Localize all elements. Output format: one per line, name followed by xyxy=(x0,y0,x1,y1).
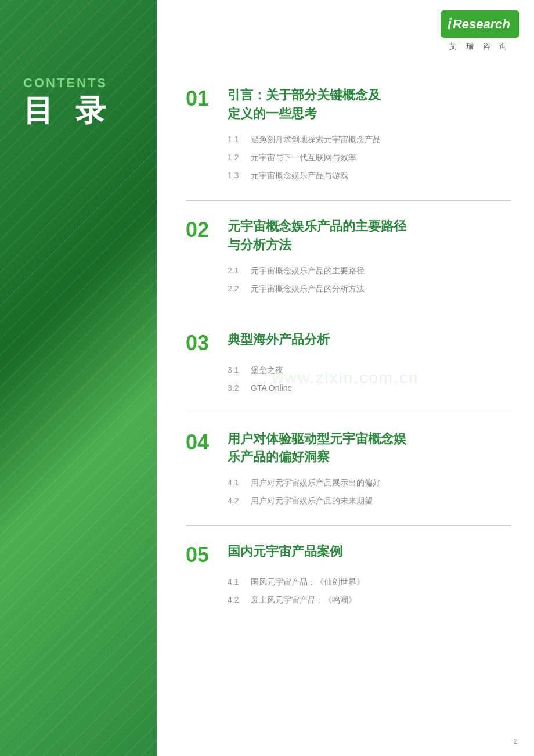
logo-research-text: Research xyxy=(453,17,510,32)
subitem-title: 堡垒之夜 xyxy=(251,364,283,376)
logo-badge: i Research xyxy=(441,10,519,38)
section-03-header: 03 典型海外产品分析 xyxy=(186,330,511,354)
toc-section-03: 03 典型海外产品分析 3.1 堡垒之夜 3.2 GTA Online xyxy=(186,314,511,413)
subitem-title: 国风元宇宙产品：《仙剑世界》 xyxy=(251,576,365,588)
section-04-title: 用户对体验驱动型元宇宙概念娱乐产品的偏好洞察 xyxy=(228,430,406,467)
subitem-title: 元宇宙概念娱乐产品与游戏 xyxy=(251,170,348,182)
list-item: 3.1 堡垒之夜 xyxy=(228,364,511,376)
subitem-number: 1.1 xyxy=(228,135,245,144)
list-item: 4.1 国风元宇宙产品：《仙剑世界》 xyxy=(228,576,511,588)
list-item: 4.2 用户对元宇宙娱乐产品的未来期望 xyxy=(228,495,511,507)
sidebar: CONTENTS 目 录 xyxy=(0,0,157,756)
list-item: 1.1 避免刻舟求剑地探索元宇宙概念产品 xyxy=(228,134,511,146)
section-05-subitems: 4.1 国风元宇宙产品：《仙剑世界》 4.2 废土风元宇宙产品：《鸣潮》 xyxy=(186,576,511,606)
section-01-header: 01 引言：关于部分关键概念及定义的一些思考 xyxy=(186,86,511,123)
main-content: i Research 艾 瑞 咨 询 www.zixin.com.cn 01 引… xyxy=(157,0,534,756)
list-item: 2.2 元宇宙概念娱乐产品的分析方法 xyxy=(228,283,511,295)
toc-section-01: 01 引言：关于部分关键概念及定义的一些思考 1.1 避免刻舟求剑地探索元宇宙概… xyxy=(186,70,511,201)
page-number: 2 xyxy=(514,737,518,746)
subitem-title: 用户对元宇宙娱乐产品的未来期望 xyxy=(251,495,373,507)
list-item: 1.2 元宇宙与下一代互联网与效率 xyxy=(228,152,511,164)
subitem-number: 4.2 xyxy=(228,595,245,604)
list-item: 4.1 用户对元宇宙娱乐产品展示出的偏好 xyxy=(228,477,511,489)
section-05-title: 国内元宇宙产品案例 xyxy=(228,542,342,561)
section-03-title: 典型海外产品分析 xyxy=(228,330,330,349)
section-04-subitems: 4.1 用户对元宇宙娱乐产品展示出的偏好 4.2 用户对元宇宙娱乐产品的未来期望 xyxy=(186,477,511,507)
toc-section-02: 02 元宇宙概念娱乐产品的主要路径与分析方法 2.1 元宇宙概念娱乐产品的主要路… xyxy=(186,201,511,314)
subitem-title: 避免刻舟求剑地探索元宇宙概念产品 xyxy=(251,134,381,146)
section-02-title: 元宇宙概念娱乐产品的主要路径与分析方法 xyxy=(228,217,406,254)
subitem-number: 4.2 xyxy=(228,496,245,505)
section-04-number: 04 xyxy=(186,430,215,453)
section-03-subitems: 3.1 堡垒之夜 3.2 GTA Online xyxy=(186,364,511,394)
subitem-number: 3.1 xyxy=(228,365,245,375)
section-04-header: 04 用户对体验驱动型元宇宙概念娱乐产品的偏好洞察 xyxy=(186,430,511,467)
subitem-title: 元宇宙概念娱乐产品的主要路径 xyxy=(251,265,365,277)
section-05-number: 05 xyxy=(186,542,215,566)
subitem-title: 用户对元宇宙娱乐产品展示出的偏好 xyxy=(251,477,381,489)
subitem-title: GTA Online xyxy=(251,382,292,394)
mulu-label: 目 录 xyxy=(23,95,139,125)
section-01-number: 01 xyxy=(186,86,215,109)
toc-section-04: 04 用户对体验驱动型元宇宙概念娱乐产品的偏好洞察 4.1 用户对元宇宙娱乐产品… xyxy=(186,413,511,527)
subitem-title: 废土风元宇宙产品：《鸣潮》 xyxy=(251,594,356,606)
subitem-number: 2.2 xyxy=(228,284,245,293)
list-item: 2.1 元宇宙概念娱乐产品的主要路径 xyxy=(228,265,511,277)
section-01-subitems: 1.1 避免刻舟求剑地探索元宇宙概念产品 1.2 元宇宙与下一代互联网与效率 1… xyxy=(186,134,511,182)
subitem-number: 3.2 xyxy=(228,383,245,393)
subitem-number: 1.3 xyxy=(228,171,245,180)
section-02-number: 02 xyxy=(186,217,215,240)
list-item: 3.2 GTA Online xyxy=(228,382,511,394)
subitem-title: 元宇宙与下一代互联网与效率 xyxy=(251,152,356,164)
subitem-number: 1.2 xyxy=(228,153,245,162)
section-01-title: 引言：关于部分关键概念及定义的一些思考 xyxy=(228,86,381,123)
list-item: 4.2 废土风元宇宙产品：《鸣潮》 xyxy=(228,594,511,606)
subitem-number: 4.1 xyxy=(228,577,245,586)
subitem-number: 4.1 xyxy=(228,478,245,487)
subitem-number: 2.1 xyxy=(228,266,245,275)
logo-i-letter: i xyxy=(448,15,452,33)
contents-label: CONTENTS xyxy=(23,75,139,91)
list-item: 1.3 元宇宙概念娱乐产品与游戏 xyxy=(228,170,511,182)
logo-area: i Research 艾 瑞 咨 询 xyxy=(441,10,519,52)
toc-section-05: 05 国内元宇宙产品案例 4.1 国风元宇宙产品：《仙剑世界》 4.2 废土风元… xyxy=(186,526,511,625)
logo-subtitle: 艾 瑞 咨 询 xyxy=(449,41,510,52)
section-05-header: 05 国内元宇宙产品案例 xyxy=(186,542,511,566)
section-03-number: 03 xyxy=(186,330,215,354)
subitem-title: 元宇宙概念娱乐产品的分析方法 xyxy=(251,283,365,295)
toc-container: 01 引言：关于部分关键概念及定义的一些思考 1.1 避免刻舟求剑地探索元宇宙概… xyxy=(186,70,511,625)
section-02-header: 02 元宇宙概念娱乐产品的主要路径与分析方法 xyxy=(186,217,511,254)
section-02-subitems: 2.1 元宇宙概念娱乐产品的主要路径 2.2 元宇宙概念娱乐产品的分析方法 xyxy=(186,265,511,295)
